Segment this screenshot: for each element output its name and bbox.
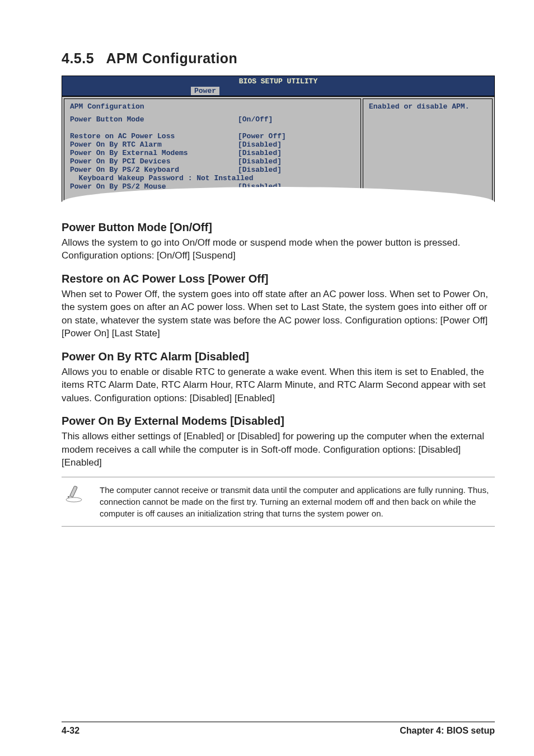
bios-row-label: Power On By PCI Devices: [70, 157, 238, 166]
bios-row: Keyboard Wakeup Password : Not Installed: [70, 174, 355, 182]
item-text: When set to Power Off, the system goes i…: [62, 288, 495, 340]
svg-point-0: [66, 497, 82, 502]
bios-row-value: [Disabled]: [238, 157, 282, 166]
item-text: This allows either settings of [Enabled]…: [62, 430, 495, 469]
section-number: 4.5.5: [62, 50, 94, 66]
bios-title: BIOS SETUP UTILITY: [62, 76, 494, 86]
bios-row: Power On By PCI Devices[Disabled]: [70, 157, 355, 166]
bios-row: Power On By PS/2 Keyboard[Disabled]: [70, 166, 355, 174]
bios-row-label: Power On By External Modems: [70, 149, 238, 157]
bios-panel-title: APM Configuration: [70, 102, 355, 111]
bios-row-label: Power On By PS/2 Keyboard: [70, 166, 238, 174]
item-heading: Power On By External Modems [Disabled]: [62, 415, 495, 428]
bios-row: [70, 124, 355, 132]
bios-row: Power Button Mode[On/Off]: [70, 115, 355, 124]
item-heading: Power On By RTC Alarm [Disabled]: [62, 350, 495, 363]
bios-main-panel: APM Configuration Power Button Mode[On/O…: [64, 98, 361, 201]
bios-row-value: [Power Off]: [238, 132, 286, 140]
item-text: Allows the system to go into On/Off mode…: [62, 236, 495, 262]
bios-row-label: Restore on AC Power Loss: [70, 132, 238, 140]
bios-row-value: [Disabled]: [238, 140, 282, 149]
bios-row-value: [On/Off]: [238, 115, 273, 124]
bios-row-label: Power Button Mode: [70, 115, 238, 124]
bios-row-label: Keyboard Wakeup Password : Not Installed: [70, 174, 254, 182]
item-heading: Power Button Mode [On/Off]: [62, 221, 495, 234]
note-block: The computer cannot receive or transmit …: [62, 477, 495, 527]
item-text: Allows you to enable or disable RTC to g…: [62, 365, 495, 405]
svg-rect-1: [70, 486, 78, 498]
section-heading: 4.5.5 APM Configuration: [62, 50, 495, 67]
note-text: The computer cannot receive or transmit …: [100, 484, 495, 519]
bios-help-text: Enabled or disable APM.: [369, 102, 486, 111]
bios-row-label: Power On By RTC Alarm: [70, 140, 238, 149]
page-footer: 4-32 Chapter 4: BIOS setup: [62, 721, 495, 736]
page-number: 4-32: [62, 726, 79, 736]
bios-row-value: [Disabled]: [238, 149, 282, 157]
bios-help-panel: Enabled or disable APM.: [363, 98, 493, 201]
pencil-note-icon: [62, 484, 86, 519]
bios-row-value: [Disabled]: [238, 166, 282, 174]
bios-row: Power On By RTC Alarm[Disabled]: [70, 140, 355, 149]
item-heading: Restore on AC Power Loss [Power Off]: [62, 273, 495, 285]
bios-screenshot: BIOS SETUP UTILITY Power APM Configurati…: [62, 76, 495, 202]
bios-active-tab: Power: [191, 87, 219, 95]
section-title: APM Configuration: [106, 50, 238, 66]
bios-row: Restore on AC Power Loss[Power Off]: [70, 132, 355, 140]
bios-row: Power On By External Modems[Disabled]: [70, 149, 355, 157]
chapter-label: Chapter 4: BIOS setup: [400, 726, 495, 736]
